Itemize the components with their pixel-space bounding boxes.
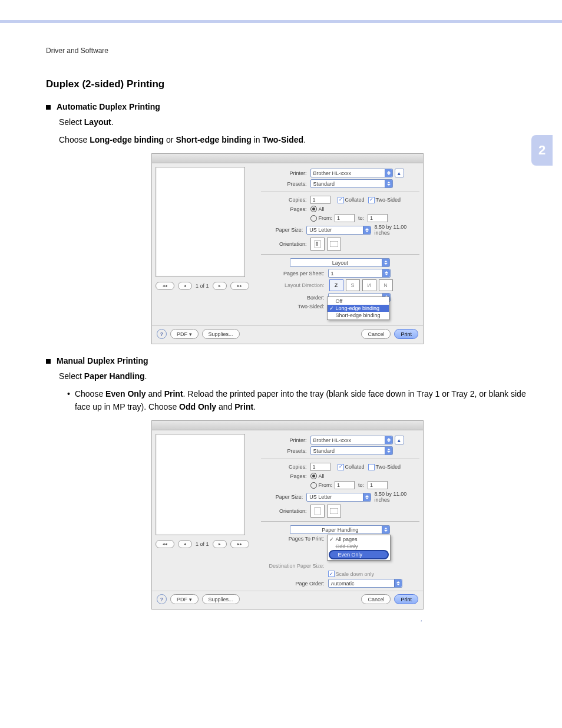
to-label: to: — [355, 482, 368, 488]
pdf-button[interactable]: PDF ▾ — [170, 594, 199, 604]
dropdown-item-even-only[interactable]: Even Only — [329, 550, 389, 559]
to-input[interactable]: 1 — [368, 481, 388, 489]
pages-to-print-dropdown[interactable]: All pages Odd Only Even Only — [327, 535, 391, 561]
text-bold: Odd Only — [179, 402, 216, 411]
paper-dimensions: 8.50 by 11.00 inches — [371, 491, 419, 503]
orientation-portrait-button[interactable] — [310, 505, 325, 518]
cancel-button[interactable]: Cancel — [361, 594, 391, 604]
border-label: Border: — [261, 295, 328, 301]
pages-all-radio[interactable] — [310, 473, 317, 479]
collated-label: Collated — [345, 464, 365, 470]
collated-checkbox[interactable] — [338, 464, 344, 470]
copies-label: Copies: — [261, 197, 310, 203]
scale-down-checkbox[interactable] — [328, 571, 335, 577]
presets-label: Presets: — [261, 448, 310, 454]
from-input[interactable]: 1 — [335, 481, 355, 489]
pdf-button[interactable]: PDF ▾ — [170, 329, 199, 339]
text: Select — [59, 117, 84, 127]
pages-to-print-label: Pages To Print: — [261, 536, 328, 542]
two-sided-dropdown[interactable]: Off Long-edge binding Short-edge binding — [327, 297, 389, 320]
help-button[interactable]: ? — [157, 594, 167, 604]
dialog-titlebar — [152, 154, 423, 163]
cancel-button[interactable]: Cancel — [361, 329, 391, 339]
dropdown-item-long-edge[interactable]: Long-edge binding — [328, 305, 389, 312]
select-value: US Letter — [309, 227, 332, 233]
layout-dir-3[interactable]: И — [362, 279, 376, 291]
orientation-portrait-button[interactable] — [310, 238, 325, 251]
text-bold: Print — [164, 389, 183, 398]
page-preview — [156, 167, 245, 277]
preview-nav: ◂◂ ◂ 1 of 1 ▸ ▸▸ — [156, 540, 249, 548]
two-sided-checkbox[interactable] — [368, 464, 375, 470]
pages-per-sheet-select[interactable]: 1 — [328, 269, 391, 278]
two-sided-checkbox[interactable] — [368, 197, 375, 203]
text-bold: Print — [234, 402, 253, 411]
pages-all-radio[interactable] — [310, 206, 317, 212]
dropdown-item-short-edge[interactable]: Short-edge binding — [328, 312, 389, 319]
layout-dir-2[interactable]: S — [346, 279, 360, 291]
paper-size-select[interactable]: US Letter — [306, 226, 371, 235]
paper-dimensions: 8.50 by 11.00 inches — [371, 224, 419, 236]
first-page-button[interactable]: ◂◂ — [156, 282, 174, 290]
printer-status-button[interactable]: ▴ — [395, 436, 404, 444]
from-label: From: — [319, 482, 333, 488]
text: and — [216, 402, 234, 411]
dropdown-arrows-icon — [382, 269, 390, 277]
section-manual: Manual Duplex Printing — [46, 356, 529, 365]
section-select[interactable]: Layout — [290, 258, 390, 267]
orientation-landscape-button[interactable] — [327, 238, 341, 251]
section-title: Manual Duplex Printing — [57, 356, 148, 365]
next-page-button[interactable]: ▸ — [213, 282, 227, 290]
print-button[interactable]: Print — [394, 594, 418, 604]
pages-per-sheet-label: Pages per Sheet: — [261, 271, 328, 276]
print-button[interactable]: Print — [394, 329, 418, 339]
to-label: to: — [355, 215, 368, 221]
help-button[interactable]: ? — [157, 329, 167, 339]
last-page-button[interactable]: ▸▸ — [230, 282, 249, 290]
copies-input[interactable]: 1 — [310, 463, 330, 471]
select-value: Standard — [313, 181, 335, 187]
printer-select[interactable]: Brother HL-xxxx — [310, 169, 393, 177]
supplies-button[interactable]: Supplies... — [202, 329, 240, 339]
pages-from-radio[interactable] — [310, 482, 317, 489]
dropdown-arrows-icon — [385, 447, 392, 454]
presets-select[interactable]: Standard — [310, 179, 393, 188]
arrow-callout-icon — [402, 620, 423, 621]
from-input[interactable]: 1 — [335, 214, 355, 222]
section-select[interactable]: Paper Handling — [290, 525, 390, 534]
collated-checkbox[interactable] — [338, 197, 344, 203]
section-automatic: Automatic Duplex Printing — [46, 102, 529, 111]
next-page-button[interactable]: ▸ — [213, 540, 227, 548]
instruction-bullet: • Choose Even Only and Print. Reload the… — [67, 388, 529, 413]
select-value: Layout — [332, 260, 348, 266]
dropdown-item-off[interactable]: Off — [328, 298, 389, 305]
dropdown-arrows-icon — [385, 436, 392, 444]
supplies-button[interactable]: Supplies... — [202, 594, 240, 604]
layout-dir-1[interactable]: Z — [329, 279, 343, 291]
dropdown-item-all-pages[interactable]: All pages — [328, 536, 390, 543]
separator — [261, 254, 419, 255]
paper-size-select[interactable]: US Letter — [306, 493, 371, 502]
dropdown-item-odd-only[interactable]: Odd Only — [328, 543, 390, 550]
select-value: 1 — [331, 271, 334, 276]
to-input[interactable]: 1 — [368, 214, 388, 222]
last-page-button[interactable]: ▸▸ — [230, 540, 249, 548]
printer-status-button[interactable]: ▴ — [395, 169, 404, 177]
text: . — [253, 402, 256, 411]
printer-label: Printer: — [261, 437, 310, 443]
prev-page-button[interactable]: ◂ — [178, 540, 192, 548]
copies-input[interactable]: 1 — [310, 196, 330, 204]
bullet-square-icon — [46, 105, 51, 110]
section-title: Automatic Duplex Printing — [57, 102, 160, 111]
layout-dir-4[interactable]: N — [379, 279, 393, 291]
select-value: US Letter — [309, 494, 332, 500]
first-page-button[interactable]: ◂◂ — [156, 540, 174, 548]
instruction-text: Select Layout. — [59, 116, 529, 129]
dropdown-arrows-icon — [363, 493, 371, 501]
printer-select[interactable]: Brother HL-xxxx — [310, 436, 393, 444]
presets-select[interactable]: Standard — [310, 446, 393, 455]
page-order-select[interactable]: Automatic — [328, 579, 402, 588]
pages-from-radio[interactable] — [310, 215, 317, 222]
prev-page-button[interactable]: ◂ — [178, 282, 192, 290]
orientation-landscape-button[interactable] — [327, 505, 341, 518]
